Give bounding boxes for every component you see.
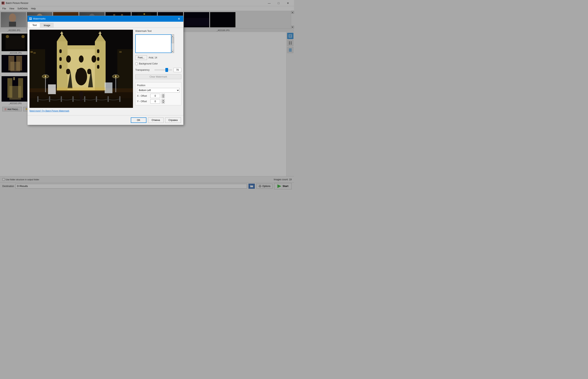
text-scroll-thumb[interactable] (171, 37, 174, 43)
font-row: Font... Arial, 14 (135, 55, 181, 60)
ok-btn[interactable]: OK (131, 117, 146, 123)
svg-rect-78 (59, 49, 62, 53)
text-scroll-down[interactable]: ▼ (171, 50, 174, 53)
y-offset-label: Y - Offset (137, 100, 149, 103)
modal-footer: OK Отмена Справка (28, 115, 183, 125)
transparency-slider-fill (154, 70, 167, 70)
svg-rect-64 (95, 41, 106, 90)
transparency-value-input[interactable]: 70 (174, 68, 181, 72)
svg-rect-89 (115, 77, 116, 92)
svg-rect-56 (33, 52, 36, 54)
svg-rect-85 (45, 77, 46, 92)
x-offset-input[interactable]: 0 (150, 94, 160, 98)
svg-rect-105 (105, 82, 112, 93)
svg-rect-68 (60, 33, 63, 34)
y-offset-down[interactable]: ▼ (162, 101, 165, 104)
svg-rect-104 (48, 84, 56, 94)
svg-rect-103 (80, 96, 83, 101)
svg-rect-101 (119, 96, 121, 102)
bg-color-checkbox[interactable] (135, 63, 138, 65)
svg-rect-79 (59, 57, 62, 61)
modal-titlebar: 🖼 Watermarks ✕ (28, 16, 183, 22)
modal-body: Need more? Try Batch Picture Watermark W… (28, 28, 183, 115)
svg-point-72 (66, 55, 71, 63)
transparency-slider-thumb[interactable] (165, 68, 168, 72)
svg-rect-106 (57, 87, 106, 91)
svg-rect-76 (77, 69, 81, 74)
transparency-label: Transparency (135, 69, 153, 71)
position-section: Position Bottom Left Top Left Top Right … (135, 82, 181, 105)
preview-image (30, 30, 133, 108)
watermark-textarea-container: ▲ ▼ (135, 34, 181, 53)
x-offset-row: X - Offset 0 ▲ ▼ (137, 94, 180, 98)
clear-watermark-btn[interactable]: Clear Watermark (135, 74, 181, 79)
y-offset-up[interactable]: ▲ (162, 99, 165, 101)
text-scroll-track (171, 37, 174, 50)
textarea-scrollbar: ▲ ▼ (171, 34, 174, 53)
svg-point-88 (42, 75, 49, 79)
svg-rect-55 (30, 51, 33, 53)
cancel-btn[interactable]: Отмена (148, 117, 164, 123)
modal-tabs: Text Image (28, 22, 183, 28)
tab-text[interactable]: Text (29, 23, 40, 28)
watermarks-modal: 🖼 Watermarks ✕ Text Image (27, 16, 183, 125)
y-offset-row: Y - Offset 0 ▲ ▼ (137, 99, 180, 104)
svg-point-73 (79, 55, 84, 63)
watermark-textarea[interactable] (135, 34, 171, 53)
svg-rect-75 (66, 69, 70, 74)
x-offset-up[interactable]: ▲ (162, 94, 165, 96)
modal-title-icon: 🖼 (29, 17, 32, 20)
preview-area: Need more? Try Batch Picture Watermark (30, 30, 133, 113)
position-section-label: Position (137, 84, 180, 87)
svg-rect-80 (59, 65, 62, 69)
svg-point-74 (91, 55, 96, 63)
svg-point-92 (112, 75, 120, 79)
svg-rect-70 (99, 33, 101, 34)
y-offset-input[interactable]: 0 (150, 99, 160, 104)
svg-rect-83 (97, 65, 99, 69)
bg-color-label: Background Color (139, 62, 158, 65)
help-btn[interactable]: Справка (165, 117, 181, 123)
batch-watermark-link[interactable]: Need more? Try Batch Picture Watermark (30, 110, 69, 112)
tab-image[interactable]: Image (40, 23, 54, 28)
y-offset-spinner: ▲ ▼ (162, 99, 165, 104)
modal-overlay: 🖼 Watermarks ✕ Text Image (0, 0, 294, 190)
preview-link[interactable]: Need more? Try Batch Picture Watermark (30, 110, 133, 112)
svg-rect-81 (97, 49, 99, 53)
modal-title: Watermarks (33, 17, 176, 20)
transparency-row: Transparency 70 (135, 68, 181, 72)
x-offset-spinner: ▲ ▼ (162, 94, 165, 98)
watermark-text-label: Watermark Text (135, 30, 181, 32)
svg-point-102 (79, 92, 84, 97)
position-select[interactable]: Bottom Left Top Left Top Right Bottom Ri… (137, 88, 180, 93)
svg-rect-63 (57, 41, 68, 90)
modal-close-btn[interactable]: ✕ (176, 16, 182, 22)
watermark-settings-panel: Watermark Text ▲ ▼ Font... Arial, 1 (135, 30, 181, 113)
font-btn[interactable]: Font... (135, 55, 147, 60)
text-scroll-up[interactable]: ▲ (171, 35, 174, 37)
svg-rect-82 (97, 57, 99, 61)
x-offset-label: X - Offset (137, 95, 149, 97)
bg-color-row: Background Color (135, 62, 181, 65)
transparency-slider-track[interactable] (154, 70, 172, 70)
svg-rect-58 (119, 51, 122, 53)
x-offset-down[interactable]: ▼ (162, 96, 165, 98)
font-info: Arial, 14 (149, 56, 157, 59)
